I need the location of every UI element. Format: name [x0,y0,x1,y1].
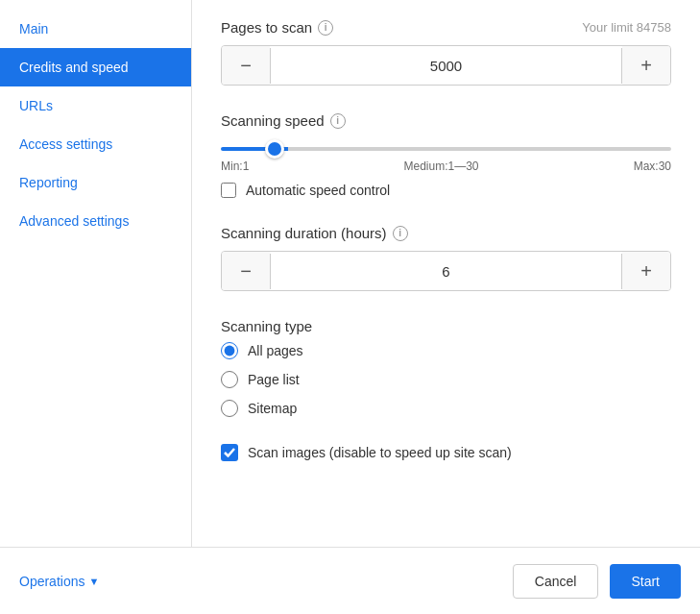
checkmark-icon [225,449,234,456]
pages-to-scan-section: Pages to scan i Your limit 84758 − 5000 … [221,19,671,86]
scanning-duration-label: Scanning duration (hours) [221,225,387,241]
scanning-speed-label: Scanning speed [221,112,325,129]
slider-labels: Min:1 Medium:1—30 Max:30 [221,160,671,173]
footer-actions: Cancel Start [513,564,681,599]
main-content: Pages to scan i Your limit 84758 − 5000 … [192,0,700,547]
sidebar-item-main[interactable]: Main [0,10,191,48]
duration-minus-button[interactable]: − [222,252,270,290]
duration-plus-button[interactable]: + [622,252,670,290]
pages-to-scan-header: Pages to scan i Your limit 84758 [221,19,671,36]
radio-page-list-row: Page list [221,371,671,388]
radio-page-list[interactable] [221,371,238,388]
scanning-duration-title-group: Scanning duration (hours) i [221,225,671,241]
pages-to-scan-stepper: − 5000 + [221,45,671,86]
scanning-type-radio-group: All pages Page list Sitemap [221,342,671,417]
operations-label: Operations [19,574,84,589]
slider-medium-label: Medium:1—30 [403,160,478,173]
slider-wrapper [221,138,671,154]
scanning-speed-slider[interactable] [221,147,671,151]
scanning-type-title: Scanning type [221,318,671,334]
sidebar-item-advanced-settings[interactable]: Advanced settings [0,202,191,240]
radio-all-pages-row: All pages [221,342,671,359]
auto-speed-label[interactable]: Automatic speed control [246,183,390,198]
radio-all-pages-label[interactable]: All pages [248,343,303,358]
auto-speed-checkbox[interactable] [221,183,236,198]
pages-value: 5000 [270,48,622,84]
duration-value: 6 [270,254,622,289]
slider-min-label: Min:1 [221,160,249,173]
pages-plus-button[interactable]: + [622,46,670,85]
sidebar-item-urls[interactable]: URLs [0,86,191,125]
scanning-duration-section: Scanning duration (hours) i − 6 + [221,225,671,291]
scanning-speed-info-icon[interactable]: i [330,113,346,129]
sidebar-item-credits-and-speed[interactable]: Credits and speed [0,48,191,86]
pages-limit-text: Your limit 84758 [582,20,671,35]
radio-sitemap-label[interactable]: Sitemap [248,401,297,416]
footer: Operations ▼ Cancel Start [0,547,700,614]
scanning-duration-stepper: − 6 + [221,251,671,291]
pages-minus-button[interactable]: − [222,46,270,85]
radio-page-list-label[interactable]: Page list [248,372,300,387]
sidebar: Main Credits and speed URLs Access setti… [0,0,192,547]
slider-container: Min:1 Medium:1—30 Max:30 [221,138,671,173]
slider-max-label: Max:30 [634,160,671,173]
radio-sitemap[interactable] [221,400,238,417]
scanning-speed-section: Scanning speed i Min:1 Medium:1—30 Max:3… [221,112,671,198]
scan-images-checkbox[interactable] [221,444,238,461]
pages-to-scan-title-group: Pages to scan i [221,19,333,36]
sidebar-item-access-settings[interactable]: Access settings [0,125,191,163]
scanning-speed-title-group: Scanning speed i [221,112,671,129]
auto-speed-row: Automatic speed control [221,183,671,198]
start-button[interactable]: Start [610,564,681,599]
cancel-button[interactable]: Cancel [513,564,599,599]
operations-chevron-icon: ▼ [88,576,99,587]
pages-to-scan-info-icon[interactable]: i [318,20,333,36]
sidebar-item-reporting[interactable]: Reporting [0,163,191,202]
pages-to-scan-label: Pages to scan [221,19,312,36]
operations-button[interactable]: Operations ▼ [19,574,99,589]
radio-all-pages[interactable] [221,342,238,359]
scan-images-label: Scan images (disable to speed up site sc… [248,445,512,460]
radio-sitemap-row: Sitemap [221,400,671,417]
scan-images-row: Scan images (disable to speed up site sc… [221,444,671,461]
scanning-duration-info-icon[interactable]: i [393,226,408,241]
scanning-type-section: Scanning type All pages Page list Sitema… [221,318,671,417]
